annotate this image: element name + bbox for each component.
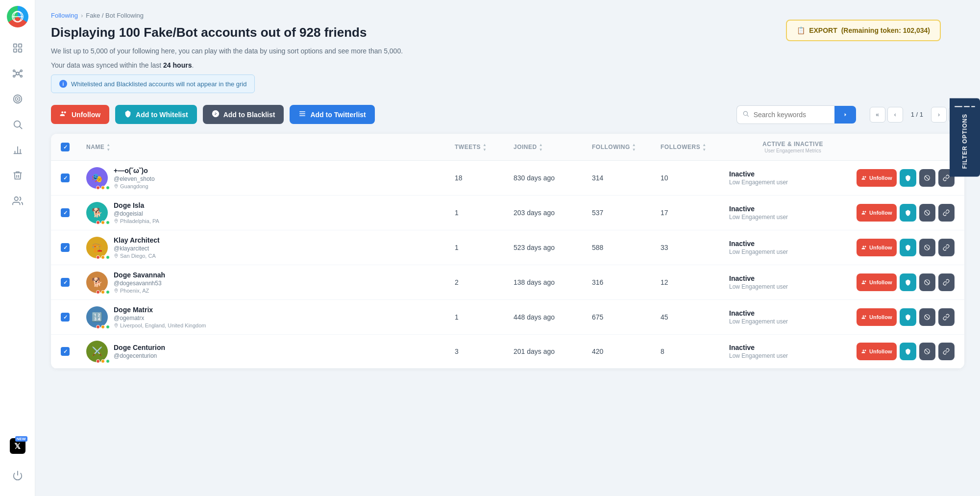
user-handle-3: @dogesavannh53 [114, 280, 165, 287]
sidebar-item-analytics[interactable] [7, 139, 28, 161]
sidebar-item-power[interactable] [7, 465, 28, 486]
row-link-4[interactable] [938, 308, 955, 326]
row-blacklist-4[interactable] [919, 308, 935, 326]
row-link-3[interactable] [938, 273, 955, 291]
svg-point-24 [14, 197, 18, 200]
row-whitelist-0[interactable] [900, 169, 916, 187]
following-val-0: 314 [592, 174, 661, 182]
row-unfollow-4[interactable]: Unfollow [857, 308, 897, 326]
row-blacklist-1[interactable] [919, 204, 935, 222]
row-link-5[interactable] [938, 343, 955, 360]
sidebar-item-trash[interactable] [7, 165, 28, 186]
tweets-val-0: 18 [455, 174, 514, 182]
tweets-sort[interactable]: ▲▼ [483, 143, 487, 152]
sidebar-item-search[interactable] [7, 114, 28, 135]
status-sub-4: Low Engagement user [729, 318, 857, 325]
avatar-wrap-3: 🐕 [86, 272, 108, 293]
user-cell-2: 🏗️ Klay Architect @klayarcitect San Dieg… [86, 236, 455, 259]
pagination-first-button[interactable]: « [870, 107, 885, 123]
status-cell-3: Inactive Low Engagement user [729, 274, 857, 290]
sync-time: 24 hours [163, 61, 192, 69]
row-unfollow-3[interactable]: Unfollow [857, 273, 897, 291]
breadcrumb-following[interactable]: Following [51, 12, 78, 19]
followers-val-2: 33 [661, 244, 729, 251]
row-checkbox-5[interactable] [61, 347, 70, 356]
svg-point-36 [116, 220, 117, 221]
filter-lines-icon [955, 106, 975, 107]
sidebar-item-target[interactable] [7, 88, 28, 110]
row-link-2[interactable] [938, 239, 955, 256]
search-submit-button[interactable] [834, 106, 856, 124]
status-sub-3: Low Engagement user [729, 283, 857, 290]
row-whitelist-5[interactable] [900, 343, 916, 360]
unfollow-label: Unfollow [72, 111, 100, 119]
sidebar-item-users[interactable] [7, 190, 28, 212]
blacklist-button[interactable]: Add to Blacklist [203, 105, 284, 124]
row-checkbox-0[interactable] [61, 174, 70, 182]
filter-options-panel[interactable]: FILTER OPTIONS [950, 98, 980, 176]
row-whitelist-1[interactable] [900, 204, 916, 222]
row-checkbox-2[interactable] [61, 243, 70, 252]
row-blacklist-5[interactable] [919, 343, 935, 360]
app-logo[interactable] [7, 6, 28, 27]
search-input[interactable] [736, 105, 834, 124]
joined-val-5: 201 days ago [514, 347, 592, 355]
avatar-dots-1 [96, 221, 110, 224]
status-cell-0: Inactive Low Engagement user [729, 170, 857, 186]
row-unfollow-5[interactable]: Unfollow [857, 343, 897, 360]
svg-rect-30 [299, 115, 305, 116]
row-blacklist-3[interactable] [919, 273, 935, 291]
row-checkbox-3[interactable] [61, 278, 70, 287]
twitterlist-label: Add to Twitterlist [310, 111, 366, 119]
svg-line-13 [15, 74, 17, 76]
sidebar-item-network[interactable] [7, 63, 28, 84]
row-whitelist-3[interactable] [900, 273, 916, 291]
status-inactive-3: Inactive [729, 274, 857, 282]
info-banner-text: Whitelisted and Blacklisted accounts wil… [71, 80, 246, 88]
pagination-current: 1 / 1 [905, 111, 929, 118]
row-unfollow-2[interactable]: Unfollow [857, 239, 897, 256]
sidebar-item-x[interactable]: 𝕏 NEW [7, 435, 28, 457]
user-info-0: +—o(˘ω˘)o @eleven_shoto Guangdong [114, 167, 155, 189]
twitterlist-button[interactable]: Add to Twitterlist [290, 105, 374, 124]
user-cell-4: 🔢 Doge Matrix @ogematrx Liverpool, Engla… [86, 306, 455, 328]
export-button[interactable]: 📋 EXPORT (Remaining token: 102,034) [786, 20, 941, 41]
svg-rect-28 [299, 111, 305, 112]
row-actions-2: Unfollow [857, 239, 955, 256]
following-sort[interactable]: ▲▼ [632, 143, 636, 152]
row-unfollow-0[interactable]: Unfollow [857, 169, 897, 187]
row-checkbox-1[interactable] [61, 208, 70, 217]
status-cell-4: Inactive Low Engagement user [729, 309, 857, 325]
tweets-val-2: 1 [455, 244, 514, 251]
joined-sort[interactable]: ▲▼ [539, 143, 543, 152]
row-blacklist-0[interactable] [919, 169, 935, 187]
pagination-next-button[interactable]: › [931, 107, 947, 123]
row-link-1[interactable] [938, 204, 955, 222]
svg-rect-5 [18, 49, 21, 52]
row-checkbox-4[interactable] [61, 313, 70, 322]
status-sub-5: Low Engagement user [729, 352, 857, 359]
svg-line-38 [925, 211, 929, 215]
row-whitelist-2[interactable] [900, 239, 916, 256]
table-row: 🔢 Doge Matrix @ogematrx Liverpool, Engla… [51, 300, 964, 335]
unfollow-button[interactable]: Unfollow [51, 105, 109, 124]
user-handle-2: @klayarcitect [114, 245, 160, 252]
row-unfollow-1[interactable]: Unfollow [857, 204, 897, 222]
row-blacklist-2[interactable] [919, 239, 935, 256]
pagination-prev-button[interactable]: ‹ [887, 107, 903, 123]
whitelist-button[interactable]: Add to Whitelist [115, 105, 197, 124]
select-all-checkbox[interactable] [61, 143, 70, 151]
status-sub-1: Low Engagement user [729, 214, 857, 221]
svg-line-12 [18, 71, 20, 73]
col-tweets: TWEETS ▲▼ [455, 143, 514, 152]
sidebar-item-dashboard[interactable] [7, 37, 28, 59]
name-sort[interactable]: ▲▼ [106, 143, 110, 152]
joined-val-3: 138 days ago [514, 278, 592, 286]
svg-point-42 [116, 290, 117, 291]
table-row: 🎭 +—o(˘ω˘)o @eleven_shoto Guangdong 18 8… [51, 161, 964, 196]
followers-sort[interactable]: ▲▼ [702, 143, 706, 152]
table-row: 🏗️ Klay Architect @klayarcitect San Dieg… [51, 230, 964, 265]
blacklist-label: Add to Blacklist [223, 111, 275, 119]
svg-line-11 [15, 71, 17, 73]
row-whitelist-4[interactable] [900, 308, 916, 326]
